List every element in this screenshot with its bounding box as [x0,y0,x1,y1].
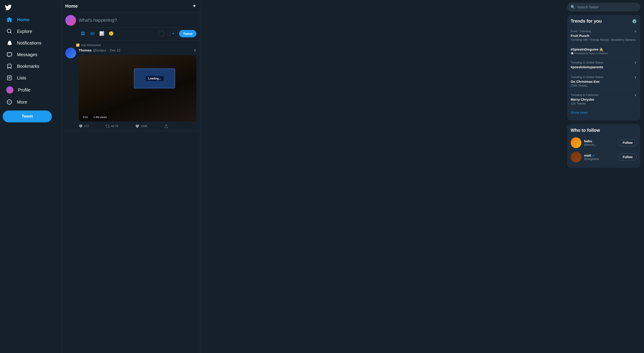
tweet-options-chevron[interactable]: ∨ [194,48,196,53]
trend-item[interactable]: #SpiesInDisguise 🕵️🔲 Promoted by Spies i… [571,44,637,58]
compose-actions: 🖼 GIF 📊 🙂 + Tweet [79,29,196,38]
car-screen: Loading... [134,69,175,88]
trend-chevron-icon: ∨ [634,93,637,97]
who-to-follow-box: Who to follow babu @itsces_ Follow matt … [567,124,640,168]
search-bar[interactable]: 🔍 [567,3,640,12]
sidebar-item-home[interactable]: Home [3,14,45,26]
retweet-label: 🔁 hay Retweeted [65,43,196,47]
sidebar-item-notifications[interactable]: Notifications [3,37,45,49]
retweet-icon: 🔁 [76,43,80,47]
character-count [158,31,164,37]
right-sidebar: 🔍 Trends for you ⚙️ Food · Trending ∨Fru… [564,0,644,353]
follow-button-@itsces_[interactable]: Follow [618,139,637,146]
main-feed: Home ✦ What's happening? 🖼 GIF 📊 🙂 [62,0,200,353]
trend-item[interactable]: Trending in California ∨Merry Chrysler12… [571,90,637,108]
sidebar-item-bookmarks[interactable]: Bookmarks [3,60,45,72]
tweet-video-thumbnail: Loading... [79,55,196,122]
trends-title: Trends for you [571,19,602,24]
tweet-media[interactable]: Loading... 0:01 2.4M views [79,55,196,122]
tweet-user-info: Thomas @iucipur · Dec 22 [79,48,120,52]
page-title: Home [65,4,78,9]
retweet-count: 46.7K [111,124,118,128]
trend-name: On Christmas Eve [571,80,637,84]
compose-icons: 🖼 GIF 📊 🙂 [79,29,116,38]
follow-list: babu @itsces_ Follow matt ✓ @dogfather F… [571,136,637,164]
retweet-button[interactable]: 46.7K [106,124,118,128]
sidebar-item-more[interactable]: More [3,96,45,108]
tweet-author-handle[interactable]: @iucipur [93,48,106,52]
trend-sub: 12K Tweets [571,102,637,105]
poll-button[interactable]: 📊 [98,29,106,38]
trend-name: Fruit Punch [571,34,637,38]
trend-category: Food · Trending ∨ [571,29,637,33]
trend-chevron-icon: ∨ [634,75,637,79]
tweet-author-name[interactable]: Thomas [79,48,92,52]
home-header: Home ✦ [62,0,200,12]
follow-info: matt ✓ @dogfather [584,153,616,161]
compose-tweet-button[interactable]: Tweet [179,30,196,37]
tweet-date: Dec 22 [110,48,120,52]
compose-right: What's happening? 🖼 GIF 📊 🙂 + Tweet [79,15,196,38]
follow-name: matt ✓ [584,153,616,157]
tweet-header: Thomas @iucipur · Dec 22 ∨ Loading... [65,48,196,128]
emoji-button[interactable]: 🙂 [107,29,116,38]
more-icon [6,99,12,105]
media-upload-button[interactable]: 🖼 [79,29,87,38]
video-controls: 0:01 2.4M views [81,115,108,119]
follow-header: Who to follow [571,128,637,133]
trend-category: Trending in California ∨ [571,93,637,97]
follow-button-@dogfather[interactable]: Follow [618,153,637,161]
follow-title: Who to follow [571,128,600,133]
search-input[interactable] [577,5,637,9]
compose-divider-vert [167,31,168,37]
trend-item[interactable]: Trending in United States ∨#poestolemypa… [571,58,637,72]
add-content-button[interactable]: + [170,31,176,37]
search-icon: 🔍 [571,5,575,9]
sidebar-item-label-lists: Lists [17,75,26,81]
sidebar-item-explore[interactable]: Explore [3,26,45,37]
tweet-actions: 272 46.7K 189K [79,124,168,128]
compose-avatar [65,15,76,26]
lists-icon [6,75,12,81]
show-more-link[interactable]: Show more [571,108,637,117]
sidebar-item-messages[interactable]: Messages [3,49,45,60]
sidebar-item-label-notifications: Notifications [17,41,41,46]
compose-right-actions: + Tweet [158,30,196,37]
trend-item[interactable]: Trending in United States ∨On Christmas … [571,72,637,90]
trend-category: Trending in United States ∨ [571,75,637,79]
follow-suggestion-item: matt ✓ @dogfather Follow [571,150,637,164]
trends-settings-icon[interactable]: ⚙️ [632,19,637,24]
twitter-logo[interactable] [3,2,14,13]
svg-text:GIF: GIF [91,33,94,35]
trends-list: Food · Trending ∨Fruit PunchTrending wit… [571,27,637,108]
nav-items: HomeExploreNotificationsMessagesBookmark… [3,14,45,108]
trend-chevron-icon: ∨ [634,60,637,65]
compose-input[interactable]: What's happening? [79,15,196,26]
like-button[interactable]: 189K [135,124,147,128]
reply-button[interactable]: 272 [79,124,89,128]
tweet-item: 🔁 hay Retweeted Thomas @iucipur · Dec 22… [62,41,200,131]
follow-avatar [571,152,582,162]
sidebar-item-label-messages: Messages [17,52,37,57]
sidebar-item-profile[interactable]: Profile [3,84,45,96]
car-screen-text: Loading... [146,76,164,81]
gif-button[interactable]: GIF [88,29,96,38]
messages-icon [6,52,12,58]
follow-info: babu @itsces_ [584,139,616,146]
like-count: 189K [141,124,147,128]
tweet-body: Thomas @iucipur · Dec 22 ∨ Loading... [79,48,196,128]
trends-header: Trends for you ⚙️ [571,19,637,24]
sidebar-item-lists[interactable]: Lists [3,72,45,84]
sparkle-icon[interactable]: ✦ [192,3,196,9]
sidebar-item-label-home: Home [17,17,30,22]
trend-item[interactable]: Food · Trending ∨Fruit PunchTrending wit… [571,27,637,44]
trend-sub: Trending with: Orange Mango, Strawberry … [571,38,637,41]
share-button[interactable] [164,124,168,128]
tweet-button[interactable]: Tweet [3,111,52,122]
tweet-dot: · [108,48,108,52]
video-views: 2.4M views [92,115,108,119]
compose-box: What's happening? 🖼 GIF 📊 🙂 + Tweet [62,12,200,41]
reply-count: 272 [84,124,89,128]
bookmarks-icon [6,63,12,69]
car-dashboard-bg [79,55,196,122]
